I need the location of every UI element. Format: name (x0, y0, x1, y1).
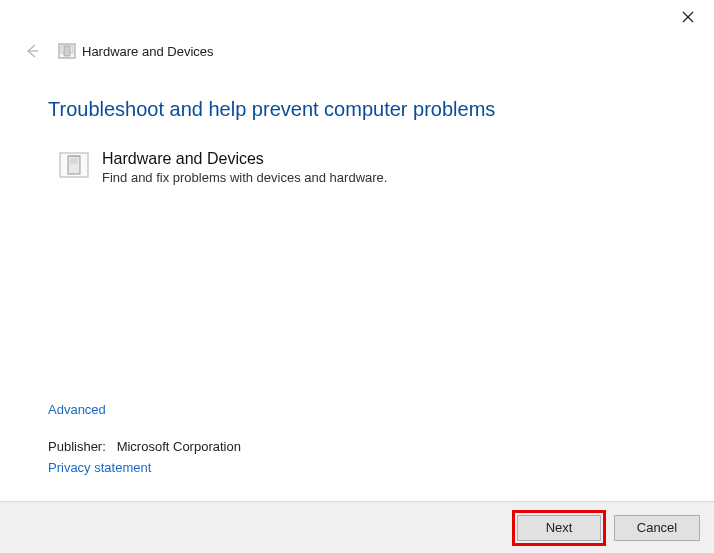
item-description: Find and fix problems with devices and h… (102, 170, 387, 185)
header-title: Hardware and Devices (82, 44, 214, 59)
close-button[interactable] (666, 2, 710, 32)
titlebar (0, 0, 714, 40)
footer: Next Cancel (0, 501, 714, 553)
header-row: Hardware and Devices (0, 38, 714, 64)
svg-rect-5 (64, 46, 70, 56)
bottom-links: Advanced Publisher: Microsoft Corporatio… (48, 402, 241, 475)
troubleshooter-item[interactable]: Hardware and Devices Find and fix proble… (58, 149, 666, 185)
item-title: Hardware and Devices (102, 149, 387, 168)
device-icon (58, 149, 90, 181)
publisher-value: Microsoft Corporation (117, 439, 241, 454)
privacy-link[interactable]: Privacy statement (48, 460, 151, 475)
back-button[interactable] (20, 39, 44, 63)
troubleshooter-icon (58, 42, 76, 60)
content-area: Troubleshoot and help prevent computer p… (0, 64, 714, 185)
next-highlight: Next (512, 510, 606, 546)
svg-rect-8 (70, 158, 78, 164)
advanced-link[interactable]: Advanced (48, 402, 241, 417)
main-heading: Troubleshoot and help prevent computer p… (48, 98, 666, 121)
cancel-button[interactable]: Cancel (614, 515, 700, 541)
publisher-label: Publisher: (48, 439, 106, 454)
item-text: Hardware and Devices Find and fix proble… (102, 149, 387, 185)
publisher-row: Publisher: Microsoft Corporation (48, 439, 241, 454)
close-icon (682, 11, 694, 23)
next-button[interactable]: Next (517, 515, 601, 541)
back-arrow-icon (23, 42, 41, 60)
